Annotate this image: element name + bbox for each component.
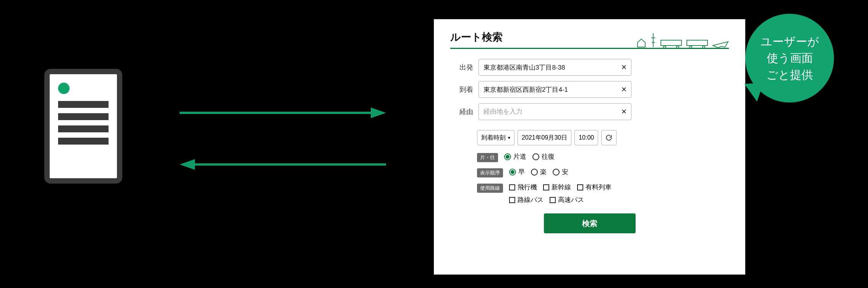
skyline-decoration xyxy=(636,31,729,48)
time-mode-value: 到着時刻 xyxy=(481,134,506,142)
panel-header: ルート検索 xyxy=(450,30,729,49)
chk-highway-bus[interactable]: 高速バス xyxy=(550,195,584,204)
arrival-field[interactable]: ✕ xyxy=(479,81,631,98)
arrival-input[interactable] xyxy=(483,86,620,93)
time-field[interactable]: 10:00 xyxy=(574,130,598,145)
svg-rect-4 xyxy=(661,40,681,46)
arrival-label: 到着 xyxy=(452,85,473,94)
plane-icon xyxy=(712,40,729,48)
time-value: 10:00 xyxy=(579,134,594,141)
search-button[interactable]: 検索 xyxy=(544,213,636,233)
chk-shinkansen[interactable]: 新幹線 xyxy=(543,183,571,192)
transport-row: 使用路線 飛行機 新幹線 有料列車 路線バス 高速バス xyxy=(450,183,729,204)
route-search-panel: ルート検索 出発 ✕ 到着 ✕ 経由 xyxy=(434,19,745,275)
sort-order-pill: 表示順序 xyxy=(477,168,503,177)
train-icon xyxy=(686,38,708,48)
svg-rect-7 xyxy=(687,40,707,46)
svg-point-9 xyxy=(703,46,705,48)
departure-row: 出発 ✕ xyxy=(452,59,727,76)
arrow-right-icon xyxy=(180,105,386,120)
transport-pill: 使用路線 xyxy=(477,184,503,193)
train-icon xyxy=(660,38,682,48)
radio-roundtrip[interactable]: 往復 xyxy=(532,152,555,161)
via-label: 経由 xyxy=(452,107,473,116)
chk-local-bus[interactable]: 路線バス xyxy=(509,195,544,204)
datetime-controls: 到着時刻 ▾ 2021年09月30日 10:00 xyxy=(450,130,729,145)
clear-icon[interactable]: ✕ xyxy=(620,63,628,72)
device-line xyxy=(58,125,109,132)
radio-oneway[interactable]: 片道 xyxy=(504,152,526,161)
tower-icon xyxy=(650,33,656,48)
chk-paid-train[interactable]: 有料列車 xyxy=(577,183,612,192)
chk-airplane[interactable]: 飛行機 xyxy=(509,183,537,192)
departure-field[interactable]: ✕ xyxy=(479,59,631,76)
svg-marker-1 xyxy=(371,107,386,118)
refresh-icon xyxy=(605,134,613,142)
trip-type-row: 片・往 片道 往復 xyxy=(450,152,729,162)
refresh-button[interactable] xyxy=(601,130,617,145)
radio-fast[interactable]: 早 xyxy=(509,168,525,176)
via-row: 経由 ✕ xyxy=(452,103,727,120)
clear-icon[interactable]: ✕ xyxy=(620,107,628,116)
device-line xyxy=(58,138,109,145)
time-mode-select[interactable]: 到着時刻 ▾ xyxy=(477,130,514,145)
departure-input[interactable] xyxy=(483,63,620,71)
house-icon xyxy=(636,38,646,48)
svg-point-8 xyxy=(690,46,692,48)
device-line xyxy=(58,101,109,108)
departure-label: 出発 xyxy=(452,63,473,72)
via-input[interactable] xyxy=(483,108,620,116)
date-value: 2021年09月30日 xyxy=(522,134,567,142)
arrival-row: 到着 ✕ xyxy=(452,81,727,98)
date-field[interactable]: 2021年09月30日 xyxy=(518,130,571,145)
bidirectional-arrows xyxy=(180,105,386,182)
svg-point-5 xyxy=(664,46,666,48)
callout-bubble: ユーザーが使う画面ごと提供 xyxy=(745,14,834,103)
device-dot xyxy=(58,83,70,94)
sort-order-row: 表示順序 早 楽 安 xyxy=(450,168,729,177)
via-field[interactable]: ✕ xyxy=(479,103,631,120)
document-device-icon xyxy=(44,69,122,184)
svg-point-6 xyxy=(677,46,679,48)
radio-easy[interactable]: 楽 xyxy=(531,168,547,176)
device-line xyxy=(58,113,109,120)
trip-type-pill: 片・往 xyxy=(477,153,498,162)
chevron-down-icon: ▾ xyxy=(508,135,510,140)
clear-icon[interactable]: ✕ xyxy=(620,85,628,94)
radio-cheap[interactable]: 安 xyxy=(553,168,568,176)
arrow-left-icon xyxy=(180,157,386,172)
svg-marker-3 xyxy=(180,159,195,170)
